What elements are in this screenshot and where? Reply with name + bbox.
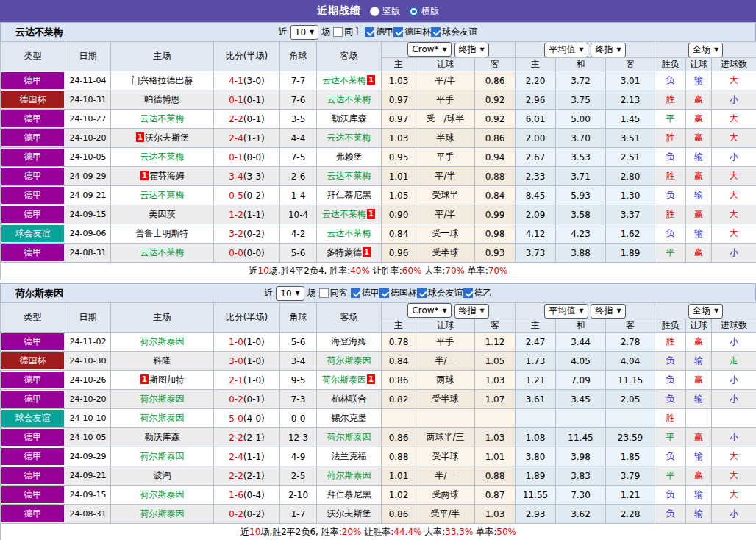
radio-icon[interactable] [370,7,379,16]
league-filter-checkbox[interactable]: 德国杯 [379,287,417,299]
league-type-cell: 德甲 [1,486,65,505]
full-time-score: 2-2 [229,433,243,443]
away-team-cell: 多特蒙德1 [317,244,382,263]
home-team-name: 波鸿 [154,470,171,480]
odds-provider-select[interactable]: Crow*▼ [407,303,451,318]
avg-home-value: 1.08 [516,428,556,447]
half-time-score: (2-1) [243,433,265,443]
odds-home-value: 0.84 [382,224,416,244]
match-date: 24-11-02 [65,333,111,352]
odds-provider-select[interactable]: Crow*▼ [407,42,451,57]
avg-away-value: 11.15 [606,371,655,390]
avg-time-select[interactable]: 终指▼ [591,304,625,319]
avg-time-select[interactable]: 终指▼ [591,43,625,57]
league-type-cell: 德甲 [1,186,65,205]
result-handicap: 输 [686,224,712,244]
league-filter-checkbox[interactable]: 德甲 [365,26,393,38]
summary-line: 近10场,胜4平2负4, 胜率:40% 让胜率:60% 大率:70% 单率:70… [249,266,508,276]
avg-draw-value: 3.58 [556,205,606,224]
checkbox-icon[interactable] [417,288,427,298]
corner-count: 9-5 [280,371,317,390]
score-cell: 1-2(1-1) [214,205,280,224]
odds-away-value: 0.93 [475,244,516,263]
same-venue-checkbox[interactable]: 同主 [333,26,362,38]
away-team-name: 弗赖堡 [336,152,363,162]
match-date: 24-08-31 [65,244,111,263]
league-filter-checkbox[interactable]: 德乙 [463,287,492,299]
result-goals: 小 [712,428,756,447]
result-goals: 走 [712,352,756,371]
scope-select[interactable]: 全场▼ [688,304,723,319]
odds-away-value: 1.07 [475,390,516,409]
odds-away-value: 0.86 [475,129,516,148]
col-header-goals-result: 进球数 [712,319,756,333]
chevron-down-icon: ▼ [714,308,718,314]
col-header-home: 主场 [111,42,214,71]
checkbox-icon[interactable] [393,27,403,37]
chevron-down-icon: ▼ [296,290,300,296]
match-row: 德甲24-11-04门兴格拉德巴赫4-1(3-0)7-7云达不莱梅11.03平/… [1,71,756,90]
recent-count-select[interactable]: 10 ▼ [290,25,318,40]
home-team-name: 霍芬海姆 [149,171,185,181]
away-team-name: 荷尔斯泰因 [322,374,366,385]
recent-count-select[interactable]: 10 ▼ [276,286,304,301]
league-filter-checkbox[interactable]: 球会友谊 [431,26,477,38]
chevron-down-icon: ▼ [443,308,447,314]
home-team-name: 美因茨 [149,209,176,219]
checkbox-icon[interactable] [463,288,473,298]
checkbox-icon[interactable] [351,288,360,298]
odds-time-select[interactable]: 终指▼ [454,43,489,57]
half-time-score: (3-0) [243,76,265,86]
avg-home-value: 2.09 [516,205,556,224]
league-filter-checkbox[interactable]: 德甲 [351,287,379,299]
checkbox-icon[interactable] [431,27,441,37]
league-filter-checkbox[interactable]: 德国杯 [393,26,431,38]
result-goals: 大 [712,110,756,129]
odds-home-value: 0.86 [382,428,416,447]
recent-count-value: 10 [280,288,291,299]
corner-count: 10-4 [280,205,317,224]
score-cell: 0-0(0-0) [214,244,280,263]
away-team-name: 拜仁慕尼黑 [327,190,371,200]
match-row: 德甲24-10-05云达不莱梅0-1(0-0)7-5弗赖堡0.95平手0.942… [1,148,756,167]
result-winlose: 胜 [655,90,686,110]
summary-row: 近10场,胜2平2负6, 胜率:20% 让胜率:44.4% 大率:33.3% 单… [1,524,756,540]
league-type-cell: 德甲 [1,371,65,390]
view-option-horizontal[interactable]: 横版 [409,5,439,18]
league-type-badge: 德国杯 [1,352,64,369]
radio-checked-icon[interactable] [409,7,418,16]
avg-select[interactable]: 平均值▼ [544,304,588,319]
odds-home-value [382,409,416,428]
same-venue-checkbox[interactable]: 同客 [319,287,348,299]
league-type-cell: 德甲 [1,148,65,167]
result-winlose: 负 [655,224,686,244]
away-team-cell: 柏林联合 [317,390,382,409]
half-time-score: (1-0) [243,356,265,366]
result-handicap: 输 [686,447,712,466]
result-goals: 大 [712,205,756,224]
odds-time-select[interactable]: 终指▼ [454,304,489,319]
full-time-score: 1-6 [229,490,243,500]
half-time-score: (0-0) [243,152,265,163]
match-date: 24-09-21 [65,186,111,205]
home-team-name: 云达不莱梅 [140,190,185,200]
checkbox-icon[interactable] [319,288,329,298]
result-goals: 大 [712,129,756,148]
league-type-badge: 德甲 [1,149,64,166]
matches-label: 场 [307,287,316,299]
league-filter-checkbox[interactable]: 球会友谊 [417,287,463,299]
odds-away-value: 0.92 [475,110,516,129]
checkbox-icon[interactable] [379,288,389,298]
checkbox-icon[interactable] [365,27,374,37]
checkbox-icon[interactable] [333,27,343,37]
scope-select[interactable]: 全场▼ [688,43,723,57]
avg-draw-value: 3.88 [556,244,606,263]
avg-select[interactable]: 平均值▼ [544,43,588,57]
league-type-cell: 德甲 [1,167,65,186]
summary-segment: 近 [240,527,249,537]
filter-controls: 近 10 ▼ 场 同主 德甲德国杯球会友谊 [279,25,477,40]
league-type-badge: 德甲 [1,372,64,388]
avg-away-value: 3.79 [606,466,655,486]
view-option-vertical[interactable]: 竖版 [370,5,400,18]
full-time-score: 3-4 [229,171,243,182]
